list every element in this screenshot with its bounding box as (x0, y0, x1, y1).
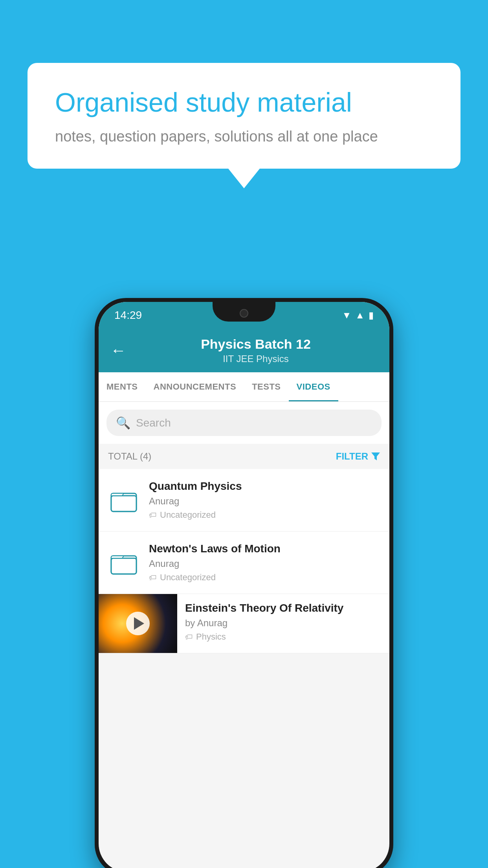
item-info: Quantum Physics Anurag 🏷 Uncategorized (149, 480, 380, 520)
search-bar-wrapper: 🔍 Search (99, 402, 389, 444)
phone-frame: 14:29 ▼ ▲ ▮ ← Physics Batch 12 IIT JEE P… (95, 298, 393, 868)
video-thumbnail (99, 594, 177, 653)
notch (213, 302, 275, 322)
list-item-video[interactable]: Einstein's Theory Of Relativity by Anura… (99, 594, 389, 653)
wifi-icon: ▼ (342, 310, 351, 321)
tab-ments[interactable]: MENTS (99, 372, 146, 401)
speech-bubble-card: Organised study material notes, question… (28, 63, 460, 188)
item-info: Newton's Laws of Motion Anurag 🏷 Uncateg… (149, 542, 380, 583)
video-item-info: Einstein's Theory Of Relativity by Anura… (177, 594, 389, 650)
svg-rect-4 (111, 558, 136, 574)
tag-icon: 🏷 (149, 573, 157, 582)
signal-icon: ▲ (355, 310, 365, 321)
search-placeholder: Search (136, 417, 171, 429)
status-bar: 14:29 ▼ ▲ ▮ (99, 302, 389, 329)
header-subtitle: IIT JEE Physics (134, 353, 378, 364)
filter-funnel-icon (371, 452, 380, 460)
svg-rect-2 (111, 496, 136, 511)
search-icon: 🔍 (116, 416, 130, 430)
tag-icon: 🏷 (185, 633, 193, 642)
back-button[interactable]: ← (110, 342, 126, 359)
folder-icon (110, 550, 137, 575)
speech-bubble-body: Organised study material notes, question… (28, 63, 460, 169)
tab-bar: MENTS ANNOUNCEMENTS TESTS VIDEOS (99, 372, 389, 402)
folder-icon-wrap (108, 547, 139, 578)
folder-icon (110, 488, 137, 512)
play-triangle-icon (134, 617, 144, 630)
video-item-title: Einstein's Theory Of Relativity (185, 602, 382, 614)
video-item-author: by Anurag (185, 618, 382, 629)
filter-button[interactable]: FILTER (336, 451, 380, 462)
tag-icon: 🏷 (149, 511, 157, 520)
phone-inner: 14:29 ▼ ▲ ▮ ← Physics Batch 12 IIT JEE P… (99, 302, 389, 868)
play-button[interactable] (126, 612, 150, 635)
filter-row: TOTAL (4) FILTER (99, 444, 389, 469)
item-title: Quantum Physics (149, 480, 380, 493)
battery-icon: ▮ (369, 310, 374, 321)
item-author: Anurag (149, 496, 380, 507)
notch-camera (240, 309, 248, 318)
content-area: 🔍 Search TOTAL (4) FILTER (99, 402, 389, 653)
status-icons: ▼ ▲ ▮ (342, 310, 374, 321)
item-author: Anurag (149, 558, 380, 569)
tab-tests[interactable]: TESTS (244, 372, 288, 401)
item-tag: 🏷 Uncategorized (149, 572, 380, 583)
speech-bubble-subtitle: notes, question papers, solutions all at… (55, 128, 433, 145)
speech-bubble-tail (228, 169, 260, 188)
header-title-area: Physics Batch 12 IIT JEE Physics (134, 337, 378, 364)
svg-marker-0 (371, 452, 380, 460)
tab-announcements[interactable]: ANNOUNCEMENTS (146, 372, 244, 401)
folder-icon-wrap (108, 484, 139, 516)
item-tag: 🏷 Uncategorized (149, 510, 380, 520)
video-item-tag: 🏷 Physics (185, 632, 382, 642)
list-item[interactable]: Newton's Laws of Motion Anurag 🏷 Uncateg… (99, 531, 389, 594)
item-title: Newton's Laws of Motion (149, 542, 380, 555)
app-header: ← Physics Batch 12 IIT JEE Physics (99, 329, 389, 372)
header-title: Physics Batch 12 (134, 337, 378, 352)
speech-bubble-title: Organised study material (55, 86, 433, 119)
status-time: 14:29 (114, 309, 142, 322)
total-label: TOTAL (4) (108, 451, 151, 462)
search-bar[interactable]: 🔍 Search (106, 410, 382, 436)
list-item[interactable]: Quantum Physics Anurag 🏷 Uncategorized (99, 469, 389, 531)
tab-videos[interactable]: VIDEOS (289, 372, 338, 401)
